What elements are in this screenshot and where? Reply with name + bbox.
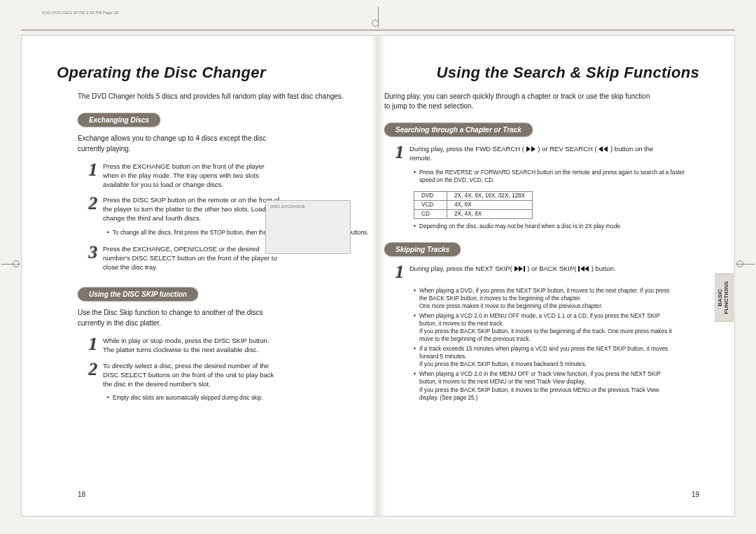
disc-skip-step2: 2 To directly select a disc, press the d… [85, 360, 281, 388]
searching-footnote: Depending on the disc, audio may not be … [414, 223, 699, 230]
step-number-icon: 2 [85, 195, 102, 223]
reverse-search-icon [598, 146, 608, 152]
table-cell: DVD [414, 191, 447, 200]
svg-marker-3 [603, 146, 608, 152]
heading-disc-skip: Using the DISC SKIP function [78, 287, 198, 301]
svg-marker-5 [519, 266, 523, 272]
step-text: During play, press the FWD SEARCH ( ) or… [410, 143, 671, 163]
svg-marker-4 [514, 266, 519, 272]
step-text: Press the DISC SKIP button on the remote… [103, 195, 281, 223]
table-cell: VCD [414, 200, 447, 209]
searching-notes: Press the REVERSE or FORWARD SEARCH butt… [414, 169, 699, 184]
svg-marker-9 [584, 266, 589, 272]
heading-exchanging-discs: Exchanging Discs [78, 113, 160, 127]
list-item: When playing a VCD 2.0 in MENU OFF mode,… [414, 312, 673, 343]
table-cell: 4X, 8X [447, 200, 533, 209]
list-item: When playing a VCD 2.0 in the MENU OFF o… [414, 370, 673, 401]
table-row: CD2X, 4X, 8X [414, 209, 533, 218]
print-metadata: (CA) DVD-C621 3/7/02 2:53 PM Page 18 [42, 10, 118, 15]
disc-exchange-image: DISC EXCHANGE [265, 200, 351, 254]
exchanging-intro: Exchange allows you to change up to 4 di… [78, 134, 270, 154]
page-title-right: Using the Search & Skip Functions [384, 64, 699, 82]
left-intro: The DVD Changer holds 5 discs and provid… [78, 92, 372, 101]
exchanging-step2: 2 Press the DISC SKIP button on the remo… [85, 195, 281, 223]
next-skip-icon [514, 266, 526, 272]
svg-marker-2 [598, 146, 603, 152]
image-label: DISC EXCHANGE [270, 204, 305, 209]
svg-marker-1 [531, 146, 536, 152]
step-number-icon: 1 [391, 143, 408, 163]
disc-skip-step1: 1 While in play or stop mode, press the … [85, 335, 281, 355]
exchanging-step3: 3 Press the EXCHANGE, OPEN/CLOSE or the … [85, 244, 281, 272]
page-number-18: 18 [78, 491, 85, 498]
heading-skipping: Skipping Tracks [384, 242, 461, 256]
svg-marker-8 [580, 266, 584, 272]
forward-search-icon [526, 146, 536, 152]
heading-searching: Searching through a Chapter or Track [384, 122, 533, 136]
step-number-icon: 1 [85, 335, 102, 355]
step-text: During play, press the NEXT SKIP( ) or B… [410, 263, 616, 281]
step-number-icon: 2 [85, 360, 102, 388]
page-spread: Operating the Disc Changer The DVD Chang… [21, 35, 735, 517]
back-skip-icon [578, 266, 589, 272]
table-cell: 2X, 4X, 8X [447, 209, 533, 218]
section-tab-basic-functions: BASIC FUNCTIONS [715, 274, 734, 322]
step-text: To directly select a disc, press the des… [103, 360, 281, 388]
page-title-left: Operating the Disc Changer [57, 64, 372, 82]
step-text: Press the EXCHANGE button on the front o… [103, 161, 281, 189]
disc-skip-intro: Use the Disc Skip function to change to … [78, 308, 270, 328]
table-row: VCD4X, 8X [414, 200, 533, 209]
table-cell: CD [414, 209, 447, 218]
right-intro: During play, you can search quickly thro… [384, 92, 650, 111]
table-row: DVD2X, 4X, 8X, 16X, 32X, 128X [414, 191, 533, 200]
svg-rect-6 [524, 266, 525, 272]
step-text: Press the EXCHANGE, OPEN/CLOSE or the de… [103, 244, 281, 272]
searching-step1: 1 During play, press the FWD SEARCH ( ) … [391, 143, 671, 163]
svg-marker-0 [526, 146, 531, 152]
list-item: Press the REVERSE or FORWARD SEARCH butt… [414, 169, 699, 184]
step-number-icon: 1 [391, 263, 408, 281]
step-number-icon: 3 [85, 244, 102, 272]
list-item: If a track exceeds 15 minutes when playi… [414, 345, 673, 368]
step-text: While in play or stop mode, press the DI… [103, 335, 281, 355]
registration-mark-top [374, 7, 382, 28]
skipping-step1: 1 During play, press the NEXT SKIP( ) or… [391, 263, 671, 281]
list-item: Empty disc slots are automatically skipp… [107, 394, 372, 402]
table-cell: 2X, 4X, 8X, 16X, 32X, 128X [447, 191, 533, 200]
disc-skip-notes: Empty disc slots are automatically skipp… [107, 394, 372, 402]
exchanging-step1: 1 Press the EXCHANGE button on the front… [85, 161, 281, 189]
speed-table: DVD2X, 4X, 8X, 16X, 32X, 128X VCD4X, 8X … [414, 191, 533, 219]
step-number-icon: 1 [85, 161, 102, 189]
page-number-19: 19 [692, 491, 699, 498]
registration-mark-left [0, 259, 21, 269]
list-item: When playing a DVD, if you press the NEX… [414, 287, 673, 310]
right-page: Using the Search & Skip Functions During… [384, 64, 699, 498]
svg-rect-7 [578, 266, 580, 272]
left-page: Operating the Disc Changer The DVD Chang… [57, 64, 372, 498]
registration-mark-right [735, 259, 756, 269]
skipping-notes: When playing a DVD, if you press the NEX… [414, 287, 673, 402]
